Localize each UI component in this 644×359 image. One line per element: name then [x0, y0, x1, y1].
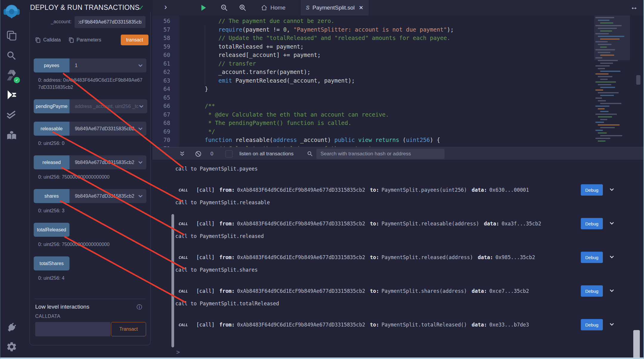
call-button-releasable[interactable]: releasable: [34, 122, 69, 136]
function-row: payees1: [34, 58, 146, 72]
minimap-line: [600, 111, 609, 112]
terminal-collapse-icon[interactable]: [179, 147, 186, 160]
clear-console-icon[interactable]: [195, 147, 202, 160]
debug-button[interactable]: Debug: [581, 252, 603, 263]
terminal-prompt[interactable]: >: [176, 349, 180, 356]
transact-button[interactable]: transact: [121, 35, 148, 45]
zoom-in-icon[interactable]: [239, 0, 247, 16]
expand-args-chevron-icon[interactable]: [137, 193, 143, 199]
code-text: emit PaymentReleased(_account, payment);: [170, 76, 355, 85]
call-field: [call]: [196, 221, 214, 227]
minimap-line: [600, 47, 607, 48]
function-args-input[interactable]: address _account, uint256 _tc: [69, 99, 147, 113]
debug-button[interactable]: Debug: [581, 285, 603, 297]
minimap-line: [600, 127, 615, 128]
plugin-manager-icon[interactable]: [6, 321, 18, 333]
call-button-totalReleased[interactable]: totalReleased: [34, 223, 69, 237]
call-button-released[interactable]: released: [34, 155, 69, 169]
debug-button[interactable]: Debug: [581, 184, 603, 196]
panel-expand-chevron-icon[interactable]: ›: [164, 2, 167, 12]
call-button-shares[interactable]: shares: [34, 189, 69, 203]
terminal-call-row[interactable]: CALL[call]from:0xAb8483F64d9C6d1EcF9b849…: [179, 218, 593, 230]
contract-function-list: payees10: address: 0xAb8483F64d9C6d1EcF9…: [30, 50, 150, 282]
calldata-label: CALLDATA: [35, 314, 60, 319]
code-line: 67 * @dev Calculate the eth that an acco…: [152, 110, 643, 119]
code-editor[interactable]: 56 // The payment due cannot be zero.57 …: [152, 16, 643, 147]
copy-calldata-button[interactable]: Calldata: [35, 37, 61, 43]
code-text: }: [170, 85, 208, 93]
minimap-line: [598, 60, 618, 61]
zoom-out-icon[interactable]: [220, 0, 228, 16]
panel-scrollbar[interactable]: [171, 214, 174, 347]
learneth-icon[interactable]: [6, 129, 18, 141]
expand-call-chevron-icon[interactable]: [609, 254, 615, 261]
info-icon[interactable]: ⓘ: [137, 304, 142, 311]
deploy-and-run-icon[interactable]: [6, 89, 18, 101]
terminal-call-row[interactable]: CALL[call]from:0xAb8483F64d9C6d1EcF9b849…: [179, 285, 593, 297]
call-button-pendingPayme[interactable]: pendingPayme: [34, 99, 69, 113]
expand-call-chevron-icon[interactable]: [609, 220, 615, 228]
terminal-call-row[interactable]: CALL[call]from:0xAb8483F64d9C6d1EcF9b849…: [179, 251, 593, 263]
code-line: 63 emit PaymentReleased(_account, paymen…: [152, 76, 643, 85]
expand-call-chevron-icon[interactable]: [609, 321, 615, 329]
function-block: releasable9b849Ae677dD3315835cb20: uint2…: [30, 122, 150, 147]
call-button-payees[interactable]: payees: [34, 58, 69, 72]
call-field: [call]: [196, 254, 214, 260]
tab-paymentsplit-sol[interactable]: S PaymentSplit.sol ✕: [300, 0, 369, 16]
file-explorer-icon[interactable]: [6, 30, 17, 41]
run-script-button[interactable]: [199, 0, 207, 16]
function-block: totalReleased0: uint256: 750000000000000…: [30, 223, 150, 248]
minimap-line: [600, 119, 607, 120]
call-field: from:: [219, 254, 235, 260]
code-line: 59 totalReleased += payment;: [152, 42, 643, 51]
function-args-input[interactable]: 9b849Ae677dD3315835cb2: [69, 155, 146, 169]
terminal-call-row[interactable]: CALL[call]from:0xAb8483F64d9C6d1EcF9b849…: [179, 319, 593, 331]
function-output: 0: uint256: 750000000000000000: [38, 174, 143, 181]
editor-scrollbar[interactable]: [636, 75, 640, 85]
settings-gear-icon[interactable]: [6, 341, 17, 352]
call-field: to:: [370, 288, 379, 294]
code-text: function releasable(address _account) pu…: [170, 136, 440, 144]
expand-args-chevron-icon[interactable]: [137, 160, 143, 165]
terminal-scrollbar[interactable]: [633, 330, 640, 359]
code-text: // Calculate the total income of the con…: [170, 144, 372, 147]
args-placeholder: address _account, uint256 _tc: [75, 104, 138, 109]
tab-home[interactable]: Home: [256, 0, 291, 16]
expand-call-chevron-icon[interactable]: [609, 288, 615, 295]
function-args-input[interactable]: 9b849Ae677dD3315835cb2: [69, 122, 146, 136]
call-field: 0xAb8483F64d9C6d1EcF9b849Ae677dD3315835c…: [237, 288, 365, 294]
line-number: 57: [152, 25, 170, 34]
remix-logo-icon[interactable]: [3, 3, 20, 20]
horizontal-resize-icon[interactable]: ↔: [630, 2, 638, 12]
expand-args-chevron-icon[interactable]: [137, 63, 143, 69]
listen-checkbox[interactable]: [225, 147, 233, 160]
call-field: from:: [219, 187, 235, 193]
call-button-totalShares[interactable]: totalShares: [34, 256, 69, 270]
unit-testing-icon[interactable]: [6, 109, 18, 121]
function-args-input[interactable]: 9b849Ae677dD3315835cb2: [69, 189, 146, 203]
low-level-transact-button[interactable]: Transact: [111, 322, 146, 336]
expand-args-chevron-icon[interactable]: [137, 126, 143, 132]
terminal-call-row[interactable]: CALL[call]from:0xAb8483F64d9C6d1EcF9b849…: [179, 184, 593, 196]
function-args-input[interactable]: 1: [69, 58, 146, 72]
expand-call-chevron-icon[interactable]: [609, 187, 615, 194]
function-row: released9b849Ae677dD3315835cb2: [34, 155, 146, 169]
minimap-line: [600, 79, 608, 80]
search-icon[interactable]: [6, 50, 17, 61]
debug-button[interactable]: Debug: [581, 218, 603, 229]
line-number: 69: [152, 127, 170, 136]
minimap-line: [595, 49, 615, 50]
expand-args-chevron-icon[interactable]: [138, 103, 144, 109]
terminal-search-input[interactable]: [316, 149, 445, 159]
close-tab-icon[interactable]: ✕: [359, 4, 363, 11]
minimap-line: [598, 76, 612, 77]
terminal-log-line: call to PaymentSplit.payees: [175, 165, 258, 173]
minimap-line: [600, 87, 615, 88]
calldata-input[interactable]: [35, 322, 110, 336]
line-number: 63: [152, 76, 170, 85]
account-input[interactable]: [75, 16, 145, 28]
debug-button[interactable]: Debug: [581, 319, 603, 330]
copy-parameters-button[interactable]: Parameters: [69, 37, 101, 43]
editor-minimap[interactable]: [594, 16, 630, 147]
solidity-compiler-icon[interactable]: ✓: [5, 69, 18, 81]
